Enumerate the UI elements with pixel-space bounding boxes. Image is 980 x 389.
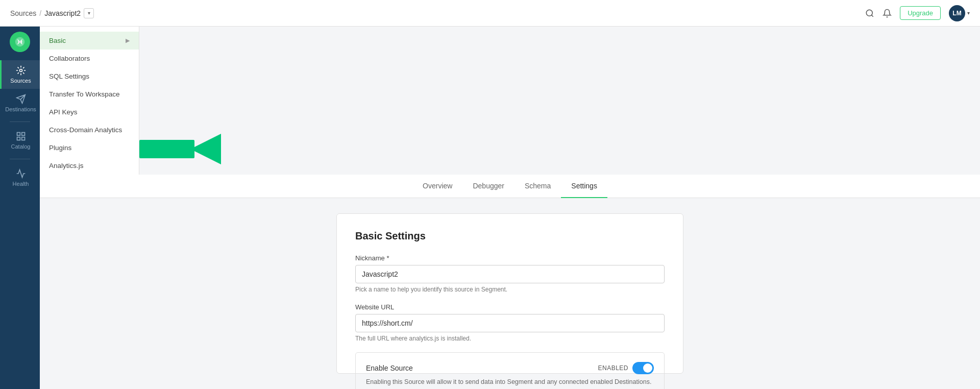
sub-sidebar-collaborators-label: Collaborators bbox=[49, 55, 90, 62]
user-avatar-wrapper[interactable]: LM ▾ bbox=[949, 5, 970, 21]
arrow-svg bbox=[139, 129, 221, 169]
sidebar-health-label: Health bbox=[13, 181, 29, 187]
sidebar-sources-label: Sources bbox=[10, 78, 31, 84]
svg-line-1 bbox=[872, 15, 873, 16]
sub-sidebar-item-cross-domain[interactable]: Cross-Domain Analytics bbox=[40, 121, 139, 139]
sub-sidebar-item-basic[interactable]: Basic ▶ bbox=[40, 32, 139, 50]
search-button[interactable] bbox=[865, 9, 874, 18]
sub-sidebar-item-api-keys[interactable]: API Keys bbox=[40, 103, 139, 121]
content-area: Basic Settings Nickname * Pick a name to… bbox=[40, 198, 980, 389]
topbar: Sources / Javascript2 ▾ Upgrade LM ▾ bbox=[0, 0, 980, 27]
sub-sidebar-item-collaborators[interactable]: Collaborators bbox=[40, 50, 139, 67]
tab-settings[interactable]: Settings bbox=[561, 175, 607, 198]
website-url-input[interactable] bbox=[355, 314, 665, 332]
logo-icon bbox=[14, 36, 26, 47]
sidebar-item-health[interactable]: Health bbox=[0, 163, 40, 192]
breadcrumb-separator: / bbox=[39, 9, 41, 17]
health-icon bbox=[16, 168, 26, 179]
breadcrumb: Sources / Javascript2 ▾ bbox=[10, 8, 94, 18]
nickname-input[interactable] bbox=[355, 265, 665, 283]
bell-icon bbox=[883, 9, 892, 18]
enable-source-header: Enable Source ENABLED bbox=[366, 362, 654, 374]
tab-schema[interactable]: Schema bbox=[514, 175, 561, 198]
sidebar-catalog-label: Catalog bbox=[11, 143, 31, 150]
sidebar-item-catalog[interactable]: Catalog bbox=[0, 126, 40, 155]
topbar-left: Sources / Javascript2 ▾ bbox=[10, 8, 94, 18]
main-content: Overview Debugger Schema Settings Basic … bbox=[40, 175, 980, 389]
breadcrumb-current: Javascript2 bbox=[44, 9, 81, 17]
sub-sidebar-cross-domain-label: Cross-Domain Analytics bbox=[49, 126, 122, 134]
settings-title: Basic Settings bbox=[355, 230, 665, 242]
breadcrumb-dropdown-btn[interactable]: ▾ bbox=[84, 8, 94, 18]
nickname-label: Nickname * bbox=[355, 254, 665, 262]
svg-rect-6 bbox=[21, 137, 24, 140]
enable-source-box: Enable Source ENABLED Enabling this Sour… bbox=[355, 352, 665, 389]
sub-sidebar-plugins-label: Plugins bbox=[49, 144, 71, 152]
svg-point-0 bbox=[866, 10, 872, 16]
nickname-field: Nickname * Pick a name to help you ident… bbox=[355, 254, 665, 293]
svg-rect-10 bbox=[139, 140, 194, 158]
app-logo[interactable] bbox=[10, 32, 30, 52]
enable-status-row: ENABLED bbox=[598, 362, 654, 374]
breadcrumb-sources-link[interactable]: Sources bbox=[10, 9, 36, 17]
sources-icon bbox=[16, 65, 26, 76]
sub-sidebar-item-plugins[interactable]: Plugins bbox=[40, 139, 139, 157]
svg-point-3 bbox=[19, 69, 22, 72]
svg-rect-7 bbox=[17, 137, 20, 140]
svg-rect-4 bbox=[17, 133, 20, 136]
sub-sidebar-api-label: API Keys bbox=[49, 108, 78, 116]
sidebar-destinations-label: Destinations bbox=[5, 106, 36, 112]
sub-sidebar: Basic ▶ Collaborators SQL Settings Trans… bbox=[40, 27, 139, 175]
sidebar-item-destinations[interactable]: Destinations bbox=[0, 89, 40, 117]
enable-status-label: ENABLED bbox=[598, 364, 628, 372]
topbar-right: Upgrade LM ▾ bbox=[865, 5, 970, 21]
search-icon bbox=[865, 9, 874, 18]
catalog-icon bbox=[16, 131, 26, 141]
layout-body: Sources Destinations Catalog Health bbox=[0, 27, 980, 389]
enable-source-title: Enable Source bbox=[366, 364, 413, 372]
sub-sidebar-sql-label: SQL Settings bbox=[49, 72, 89, 80]
settings-card: Basic Settings Nickname * Pick a name to… bbox=[336, 213, 683, 374]
tab-debugger[interactable]: Debugger bbox=[462, 175, 514, 198]
toggle-slider bbox=[632, 362, 654, 374]
avatar-caret-icon: ▾ bbox=[967, 10, 970, 16]
nickname-hint: Pick a name to help you identify this so… bbox=[355, 286, 665, 293]
tabs-bar: Overview Debugger Schema Settings bbox=[40, 175, 980, 198]
sub-sidebar-arrow-icon: ▶ bbox=[126, 37, 130, 44]
svg-marker-9 bbox=[190, 134, 221, 164]
left-sidebar: Sources Destinations Catalog Health bbox=[0, 27, 40, 389]
sub-sidebar-item-transfer[interactable]: Transfer To Workspace bbox=[40, 85, 139, 103]
website-url-hint: The full URL where analytics.js is insta… bbox=[355, 335, 665, 342]
sub-sidebar-item-analyticsjs[interactable]: Analytics.js bbox=[40, 157, 139, 175]
sidebar-divider-2 bbox=[10, 159, 30, 159]
sub-sidebar-item-sql-settings[interactable]: SQL Settings bbox=[40, 67, 139, 85]
upgrade-button[interactable]: Upgrade bbox=[900, 6, 941, 20]
svg-rect-5 bbox=[21, 133, 24, 136]
arrow-annotation bbox=[139, 129, 221, 172]
website-url-label: Website URL bbox=[355, 303, 665, 311]
sub-sidebar-analyticsjs-label: Analytics.js bbox=[49, 162, 84, 169]
enable-source-description: Enabling this Source will allow it to se… bbox=[366, 378, 654, 385]
sub-sidebar-transfer-label: Transfer To Workspace bbox=[49, 90, 120, 98]
notifications-button[interactable] bbox=[883, 9, 892, 18]
sidebar-item-sources[interactable]: Sources bbox=[0, 60, 40, 89]
website-url-field: Website URL The full URL where analytics… bbox=[355, 303, 665, 342]
sidebar-divider bbox=[10, 121, 30, 122]
avatar: LM bbox=[949, 5, 965, 21]
enable-source-toggle[interactable] bbox=[632, 362, 654, 374]
destinations-icon bbox=[16, 94, 26, 104]
relative-container: Basic ▶ Collaborators SQL Settings Trans… bbox=[40, 27, 980, 389]
sub-sidebar-basic-label: Basic bbox=[49, 37, 66, 44]
tab-overview[interactable]: Overview bbox=[412, 175, 462, 198]
